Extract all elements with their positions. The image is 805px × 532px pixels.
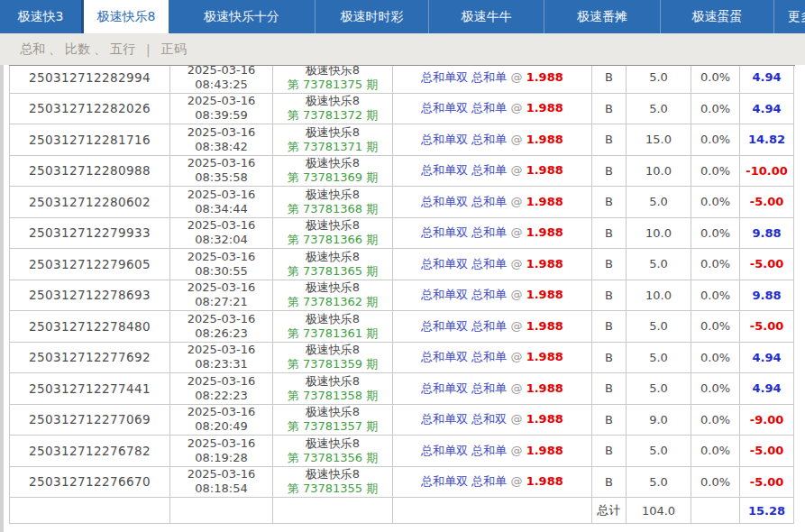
game-period: 极速快乐8 第 73781368 期 <box>273 187 393 218</box>
tab-more[interactable]: 更多 <box>773 0 805 33</box>
order-id: 250312712280602 <box>10 187 170 218</box>
tab-jisukuai3[interactable]: 极速快3 <box>0 0 81 33</box>
total-empty-cell <box>170 498 273 524</box>
order-id: 250312712279605 <box>10 249 170 280</box>
at-sign: @ <box>511 70 523 84</box>
odds-value: 1.988 <box>526 101 563 115</box>
subnav-item-wuxing[interactable]: 五行 <box>110 41 135 58</box>
odds-value: 1.988 <box>526 319 563 333</box>
order-id: 250312712280988 <box>10 155 170 187</box>
table-row: 250312712277441 2025-03-16 08:22:23 极速快乐… <box>10 373 794 405</box>
bet-amount: 10.0 <box>627 155 691 187</box>
table-row: 250312712280602 2025-03-16 08:34:44 极速快乐… <box>10 187 794 218</box>
odds-value: 1.988 <box>526 133 563 146</box>
order-id: 250312712279933 <box>10 217 170 249</box>
order-id: 250312712276670 <box>10 466 170 498</box>
game-name: 极速快乐8 <box>273 94 392 108</box>
tab-jisukuaileshifen[interactable]: 极速快乐十分 <box>169 0 315 33</box>
tab-jisuniuniu[interactable]: 极速牛牛 <box>428 0 544 33</box>
bet-detail: 总和单双 总和单 @ 1.988 <box>393 466 592 498</box>
at-sign: @ <box>511 319 523 333</box>
bet-datetime: 2025-03-16 08:22:23 <box>170 373 273 405</box>
total-label: 总计 <box>592 498 627 524</box>
game-period: 极速快乐8 第 73781362 期 <box>273 280 393 311</box>
result-amount: 4.94 <box>740 342 794 373</box>
bet-type: 总和单双 总和单 <box>421 319 507 333</box>
bet-datetime: 2025-03-16 08:38:42 <box>170 124 273 156</box>
table-row: 250312712276670 2025-03-16 08:18:54 极速快乐… <box>10 466 794 498</box>
bet-detail: 总和单双 总和单 @ 1.988 <box>393 280 592 311</box>
bet-detail: 总和单双 总和单 @ 1.988 <box>393 187 592 218</box>
rebate-percent: 0.0% <box>691 217 740 249</box>
bet-detail: 总和单双 总和单 @ 1.988 <box>393 249 592 280</box>
bet-time: 08:19:28 <box>170 451 272 465</box>
book-flag: B <box>592 187 627 218</box>
bet-records-table-container: 250312712282994 2025-03-16 08:43:25 极速快乐… <box>9 65 795 532</box>
tab-jisufantan[interactable]: 极速番摊 <box>544 0 660 33</box>
game-period: 极速快乐8 第 73781361 期 <box>273 311 393 343</box>
at-sign: @ <box>511 195 523 208</box>
result-amount: -5.00 <box>740 466 794 498</box>
bet-time: 08:26:23 <box>170 326 272 341</box>
bet-datetime: 2025-03-16 08:27:21 <box>170 280 273 311</box>
odds-value: 1.988 <box>526 195 563 208</box>
at-sign: @ <box>511 412 523 426</box>
bet-date: 2025-03-16 <box>170 125 272 140</box>
tab-jisukuaile8[interactable]: 极速快乐8 <box>81 0 169 33</box>
bet-amount: 5.0 <box>627 65 691 93</box>
table-row: 250312712277692 2025-03-16 08:23:31 极速快乐… <box>10 342 794 373</box>
bet-datetime: 2025-03-16 08:26:23 <box>170 311 273 343</box>
period-number: 第 73781359 期 <box>273 357 392 371</box>
bet-time: 08:30:55 <box>170 264 272 279</box>
game-name: 极速快乐8 <box>273 250 392 264</box>
game-nav-bar: 极速快3 极速快乐8 极速快乐十分 极速时时彩 极速牛牛 极速番摊 极速蛋蛋 更… <box>0 0 805 33</box>
bet-amount: 5.0 <box>627 436 691 467</box>
bet-time: 08:38:42 <box>170 140 272 154</box>
table-row: 250312712281716 2025-03-16 08:38:42 极速快乐… <box>10 124 794 156</box>
bet-detail: 总和单双 总和单 @ 1.988 <box>393 124 592 156</box>
rebate-percent: 0.0% <box>691 65 740 93</box>
period-number: 第 73781356 期 <box>273 451 392 465</box>
game-period: 极速快乐8 第 73781356 期 <box>273 436 393 467</box>
book-flag: B <box>592 124 627 156</box>
at-sign: @ <box>511 101 523 115</box>
table-row: 250312712279605 2025-03-16 08:30:55 极速快乐… <box>10 249 794 280</box>
period-number: 第 73781366 期 <box>273 233 392 247</box>
bet-datetime: 2025-03-16 08:32:04 <box>170 217 273 249</box>
subnav-item-zonghe[interactable]: 总和 <box>20 41 45 58</box>
game-name: 极速快乐8 <box>273 405 392 419</box>
separator: 、 <box>94 41 106 58</box>
bet-date: 2025-03-16 <box>170 405 272 419</box>
result-amount: 9.88 <box>740 217 794 249</box>
rebate-percent: 0.0% <box>691 436 740 467</box>
subnav-item-zhengma[interactable]: 正码 <box>161 41 187 58</box>
tab-jisushishicai[interactable]: 极速时时彩 <box>315 0 428 33</box>
subnav-item-bishu[interactable]: 比数 <box>65 41 90 58</box>
bet-detail: 总和单双 总和单 @ 1.988 <box>393 155 592 187</box>
odds-value: 1.988 <box>526 288 563 301</box>
game-name: 极速快乐8 <box>273 218 392 233</box>
rebate-percent: 0.0% <box>691 249 740 280</box>
total-row: 总计 104.0 15.28 <box>10 498 794 524</box>
bet-datetime: 2025-03-16 08:39:59 <box>170 93 273 124</box>
period-number: 第 73781357 期 <box>273 419 392 434</box>
at-sign: @ <box>511 350 523 363</box>
game-period: 极速快乐8 第 73781355 期 <box>273 466 393 498</box>
result-amount: 9.88 <box>740 280 794 311</box>
bet-category-bar: 总和 、 比数 、 五行 | 正码 <box>0 33 805 65</box>
book-flag: B <box>592 466 627 498</box>
bet-amount: 10.0 <box>627 217 691 249</box>
result-amount: 4.94 <box>740 65 794 93</box>
book-flag: B <box>592 436 627 467</box>
tab-jisudandan[interactable]: 极速蛋蛋 <box>660 0 773 33</box>
at-sign: @ <box>511 225 523 239</box>
order-id: 250312712277692 <box>10 342 170 373</box>
game-name: 极速快乐8 <box>273 188 392 202</box>
total-empty-cell <box>10 498 170 524</box>
bet-amount: 9.0 <box>627 404 691 436</box>
bet-date: 2025-03-16 <box>170 343 272 357</box>
game-name: 极速快乐8 <box>273 65 392 78</box>
bet-time: 08:18:54 <box>170 482 272 496</box>
bet-datetime: 2025-03-16 08:20:49 <box>170 404 273 436</box>
book-flag: B <box>592 217 627 249</box>
